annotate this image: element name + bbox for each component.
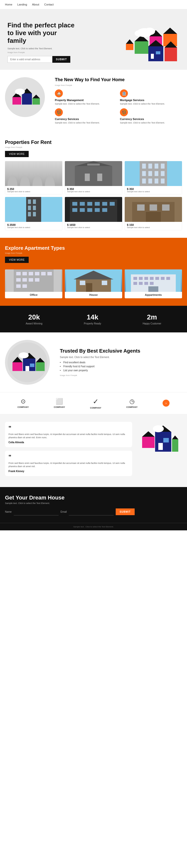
explore-title: Explore Apartment Types <box>5 245 182 251</box>
stats-section: 20k Award Winning 14k Property Ready 2m … <box>0 306 187 333</box>
apt-image-appartments <box>125 270 182 292</box>
logo-icon-1: ⊙ <box>18 398 29 405</box>
hero-email-form: SUBMIT <box>7 56 110 63</box>
stat-label-property: Property Ready <box>84 322 101 325</box>
property-card-4[interactable]: $ 2500 Sample text click to select <box>5 197 62 230</box>
svg-rect-19 <box>22 93 32 104</box>
svg-rect-44 <box>155 171 158 176</box>
apt-name-office: Office <box>5 293 62 296</box>
logo-icon-3: ✓ <box>90 397 101 406</box>
property-card-6[interactable]: $ 150 Sample text click to select <box>125 197 182 230</box>
explore-view-more-button[interactable]: VIEW MORE <box>5 257 29 263</box>
apt-image-house <box>65 270 122 292</box>
svg-rect-53 <box>33 199 36 204</box>
svg-marker-3 <box>163 28 177 34</box>
apt-card-appartments[interactable]: Appartments <box>125 270 182 298</box>
property-card-1[interactable]: $ 250 Sample text click to select <box>5 161 62 194</box>
property-card-3[interactable]: $ 350 Sample text click to select <box>125 161 182 194</box>
hero-image-label: Image from Freepik <box>7 51 110 54</box>
property-image-5 <box>65 197 122 222</box>
svg-rect-47 <box>149 179 152 184</box>
svg-rect-35 <box>87 163 100 165</box>
services-grid: 🏠 Property Management Sample text. Click… <box>55 89 182 124</box>
svg-rect-120 <box>36 362 45 371</box>
svg-rect-8 <box>151 54 154 59</box>
svg-rect-39 <box>149 163 152 168</box>
svg-rect-41 <box>161 163 165 168</box>
service-title-1: Property Management <box>55 99 117 101</box>
property-price-4: $ 2500 <box>7 223 60 226</box>
svg-rect-107 <box>133 282 137 285</box>
svg-rect-33 <box>85 174 90 181</box>
trusted-image <box>5 340 55 385</box>
dream-email-input[interactable] <box>69 508 114 516</box>
hero-content: Find the perfect place to live with your… <box>7 19 110 70</box>
testimonial-text-2: Proin sed libero enim sed faucibus turpi… <box>8 462 129 468</box>
trusted-desc: Sample text. Click to select the Text El… <box>60 356 182 359</box>
dream-name-input[interactable] <box>14 508 59 516</box>
logo-label-1: COMPANY <box>18 406 29 408</box>
apt-house-svg <box>65 270 122 292</box>
svg-rect-55 <box>33 206 36 210</box>
property-text-1: Sample text click to select <box>7 190 60 193</box>
apt-card-office[interactable]: Office <box>5 270 62 298</box>
svg-rect-61 <box>80 202 85 206</box>
testimonials-image <box>137 422 182 472</box>
property-text-4: Sample text click to select <box>7 226 60 228</box>
property-price-2: $ 350 <box>67 187 120 190</box>
svg-rect-60 <box>72 202 77 206</box>
service-item-currency2: 💱 Currency Services Sample text. Click t… <box>120 108 182 124</box>
logos-section: ⊙ COMPANY ⬜ COMPANY ✓ COMPANY ◷ COMPANY … <box>0 392 187 414</box>
svg-rect-69 <box>95 208 100 212</box>
svg-rect-101 <box>139 277 143 280</box>
property-card-5[interactable]: $ 1650 Sample text click to select <box>65 197 122 230</box>
svg-rect-123 <box>142 437 155 448</box>
nav-link-landing[interactable]: Landing <box>17 3 27 6</box>
trusted-title: Trusted By Best Exclusive Agents <box>60 348 182 354</box>
properties-view-more-button[interactable]: VIEW MORE <box>5 151 29 157</box>
logos-arrow-button[interactable]: › <box>163 400 169 407</box>
stat-award-winning: 20k Award Winning <box>26 313 43 325</box>
hero-email-input[interactable] <box>7 56 52 63</box>
nav-link-about[interactable]: About <box>32 3 39 6</box>
navigation: Home Landing About Contact <box>0 0 187 9</box>
stat-happy-customer: 2m Happy Customer <box>143 313 161 325</box>
footer-text: Sample text . Click to select the Text E… <box>5 526 182 528</box>
svg-rect-85 <box>16 278 21 282</box>
svg-rect-17 <box>12 97 21 104</box>
svg-rect-74 <box>150 205 157 211</box>
svg-point-23 <box>15 89 25 95</box>
property-card-2[interactable]: $ 350 Sample text click to select <box>65 161 122 194</box>
hero-submit-button[interactable]: SUBMIT <box>52 56 70 63</box>
stat-label-award: Award Winning <box>26 322 43 325</box>
service-desc-3: Sample text. Click to select the Text El… <box>55 121 117 124</box>
explore-image-label: Image from Freepik <box>5 252 182 254</box>
apt-card-house[interactable]: House <box>65 270 122 298</box>
quote-mark-2: " <box>8 454 129 460</box>
service-item-mortgage: 🏦 Mortgage Services Sample text. Click t… <box>120 89 182 105</box>
svg-marker-124 <box>142 431 155 437</box>
nav-link-contact[interactable]: Contact <box>44 3 54 6</box>
svg-point-13 <box>144 28 155 35</box>
quote-mark-1: " <box>8 425 129 431</box>
apt-appartments-svg <box>125 270 182 292</box>
svg-rect-102 <box>144 277 148 280</box>
currency-services-icon-2: 💱 <box>120 108 128 116</box>
svg-rect-31 <box>75 166 112 186</box>
svg-rect-108 <box>139 282 143 285</box>
apt-office-svg <box>5 270 62 292</box>
apt-image-office <box>5 270 62 292</box>
dream-submit-button[interactable]: SUBMIT <box>116 508 135 515</box>
svg-rect-66 <box>72 208 77 212</box>
property-img-svg-6 <box>125 197 182 222</box>
service-title-2: Mortgage Services <box>120 99 182 101</box>
testimonials-section: " Proin sed libero enim sed faucibus tur… <box>0 414 187 487</box>
svg-marker-16 <box>126 39 133 44</box>
logo-label-3: COMPANY <box>90 407 101 409</box>
trusted-bullet-3: List your own property <box>60 369 182 372</box>
logo-item-4: ◷ COMPANY <box>126 398 137 408</box>
hero-illustration <box>110 19 180 70</box>
property-info-6: $ 150 Sample text click to select <box>125 222 182 230</box>
nav-link-home[interactable]: Home <box>5 3 12 6</box>
svg-rect-79 <box>16 272 21 275</box>
